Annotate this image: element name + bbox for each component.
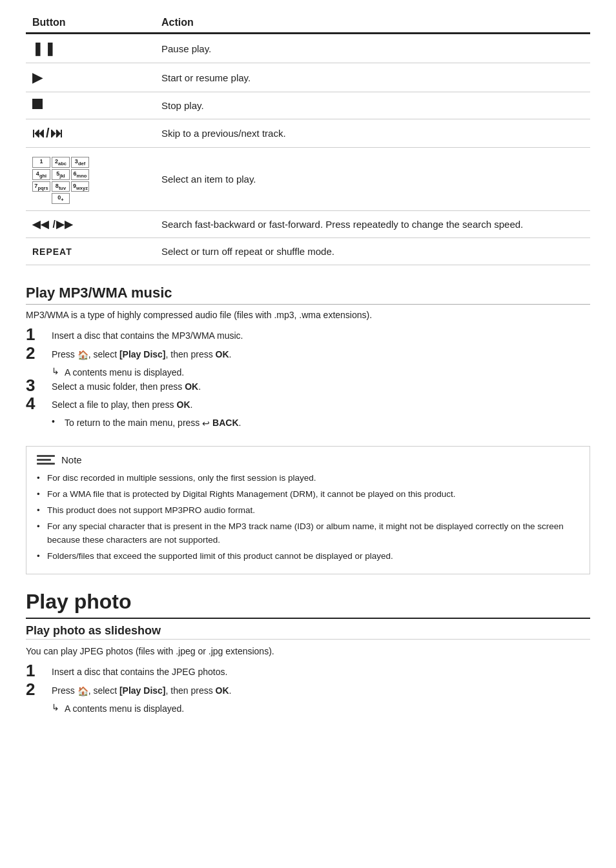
back-icon: ↩	[202, 417, 210, 430]
col-action-header: Action	[155, 13, 590, 34]
step-4-sub-text: To return to the main menu, press ↩ BACK…	[65, 416, 241, 430]
action-cell-stop: Stop play.	[155, 92, 590, 119]
step-2: 2 Press 🏠, select [Play Disc], then pres…	[26, 347, 590, 362]
step-1: 1 Insert a disc that contains the MP3/WM…	[26, 328, 590, 343]
numpad-key-8: 8tuv	[52, 181, 70, 192]
photo-step-number-2: 2	[26, 681, 52, 698]
step-text-2: Press 🏠, select [Play Disc], then press …	[52, 347, 590, 362]
button-cell-search: ◀◀ /▶▶	[26, 211, 155, 238]
numpad-key-3: 3def	[71, 157, 89, 168]
note-list: For disc recorded in multiple sessions, …	[37, 472, 579, 563]
numpad-key-blank1	[32, 193, 50, 204]
step-number-1: 1	[26, 326, 52, 343]
table-row: ❚❚ Pause play.	[26, 34, 590, 63]
photo-step-2: 2 Press 🏠, select [Play Disc], then pres…	[26, 683, 590, 698]
numpad-key-7: 7pqrs	[32, 181, 50, 192]
play-photo-section: Play photo Play photo as slideshow You c…	[26, 590, 590, 716]
photo-step-number-1: 1	[26, 662, 52, 679]
step-text-4: Select a file to play, then press OK.	[52, 398, 590, 412]
photo-step-text-1: Insert a disc that contains the JPEG pho…	[52, 665, 590, 679]
action-cell-repeat: Select or turn off repeat or shuffle mod…	[155, 238, 590, 265]
step-number-4: 4	[26, 395, 52, 412]
arrow-bullet: ↳	[52, 366, 65, 376]
action-cell-skip: Skip to a previous/next track.	[155, 119, 590, 148]
numpad-key-0: 0+	[52, 193, 70, 204]
col-button-header: Button	[26, 13, 155, 34]
step-text-3: Select a music folder, then press OK.	[52, 379, 590, 394]
button-cell-play: ▶	[26, 63, 155, 92]
dot-bullet: •	[52, 416, 65, 427]
skip-icon: ⏮/⏭	[32, 126, 64, 140]
numpad-key-5: 5jkl	[52, 169, 70, 180]
arrow-bullet-2: ↳	[52, 702, 65, 712]
note-item-3: This product does not support MP3PRO aud…	[37, 504, 579, 517]
button-action-table: Button Action ❚❚ Pause play. ▶ Start or …	[26, 13, 590, 265]
note-header: Note	[37, 454, 579, 465]
mp3-section: Play MP3/WMA music MP3/WMA is a type of …	[26, 285, 590, 430]
numpad-key-blank2	[71, 193, 89, 204]
button-cell-pause: ❚❚	[26, 34, 155, 63]
action-cell-play: Start or resume play.	[155, 63, 590, 92]
numpad-key-4: 4ghi	[32, 169, 50, 180]
table-row: ◀◀ /▶▶ Search fast-backward or fast-forw…	[26, 211, 590, 238]
button-cell-skip: ⏮/⏭	[26, 119, 155, 148]
step-4-sub: • To return to the main menu, press ↩ BA…	[52, 416, 590, 430]
note-item-5: Folders/files that exceed the supported …	[37, 550, 579, 563]
play-icon: ▶	[32, 70, 42, 85]
note-label: Note	[61, 454, 82, 465]
stop-icon	[32, 99, 43, 109]
mp3-intro-text: MP3/WMA is a type of highly compressed a…	[26, 308, 590, 322]
photo-step-text-2: Press 🏠, select [Play Disc], then press …	[52, 683, 590, 698]
photo-step-1: 1 Insert a disc that contains the JPEG p…	[26, 665, 590, 679]
numpad-key-9: 9wxyz	[71, 181, 89, 192]
step-number-3: 3	[26, 377, 52, 394]
step-3: 3 Select a music folder, then press OK.	[26, 379, 590, 394]
photo-step-2-sub-text: A contents menu is displayed.	[65, 702, 184, 716]
action-cell-search: Search fast-backward or fast-forward. Pr…	[155, 211, 590, 238]
note-box: Note For disc recorded in multiple sessi…	[26, 446, 590, 575]
repeat-icon: REPEAT	[32, 247, 72, 257]
action-cell-numpad: Select an item to play.	[155, 148, 590, 211]
mp3-steps: 1 Insert a disc that contains the MP3/WM…	[26, 328, 590, 430]
step-2-sub: ↳ A contents menu is displayed.	[52, 366, 590, 379]
numpad-key-1: 1	[32, 157, 50, 168]
photo-step-2-sub: ↳ A contents menu is displayed.	[52, 702, 590, 716]
numpad-key-2: 2abc	[52, 157, 70, 168]
action-cell-pause: Pause play.	[155, 34, 590, 63]
home-icon-2: 🏠	[77, 684, 88, 698]
table-row: ▶ Start or resume play.	[26, 63, 590, 92]
fast-backward-forward-icon: ◀◀ /▶▶	[32, 219, 73, 230]
numpad-key-6: 6mno	[71, 169, 89, 180]
button-cell-repeat: REPEAT	[26, 238, 155, 265]
photo-steps: 1 Insert a disc that contains the JPEG p…	[26, 665, 590, 716]
play-photo-subsection-title: Play photo as slideshow	[26, 624, 590, 640]
step-4: 4 Select a file to play, then press OK.	[26, 398, 590, 412]
step-number-2: 2	[26, 345, 52, 361]
note-item-1: For disc recorded in multiple sessions, …	[37, 472, 579, 485]
table-row: REPEAT Select or turn off repeat or shuf…	[26, 238, 590, 265]
play-photo-big-title: Play photo	[26, 590, 590, 619]
note-item-2: For a WMA file that is protected by Digi…	[37, 488, 579, 501]
numpad-grid: 1 2abc 3def 4ghi 5jkl 6mno 7pqrs 8tuv 9w…	[32, 157, 149, 204]
button-cell-numpad: 1 2abc 3def 4ghi 5jkl 6mno 7pqrs 8tuv 9w…	[26, 148, 155, 211]
note-lines-icon	[37, 455, 55, 465]
note-item-4: For any special character that is presen…	[37, 520, 579, 547]
table-row: Stop play.	[26, 92, 590, 119]
home-icon: 🏠	[77, 348, 88, 362]
pause-icon: ❚❚	[32, 41, 57, 56]
table-row: ⏮/⏭ Skip to a previous/next track.	[26, 119, 590, 148]
photo-intro-text: You can play JPEG photos (files with .jp…	[26, 645, 590, 658]
table-row: 1 2abc 3def 4ghi 5jkl 6mno 7pqrs 8tuv 9w…	[26, 148, 590, 211]
step-text-1: Insert a disc that contains the MP3/WMA …	[52, 328, 590, 343]
button-cell-stop	[26, 92, 155, 119]
step-2-sub-text: A contents menu is displayed.	[65, 366, 184, 379]
mp3-section-title: Play MP3/WMA music	[26, 285, 590, 305]
